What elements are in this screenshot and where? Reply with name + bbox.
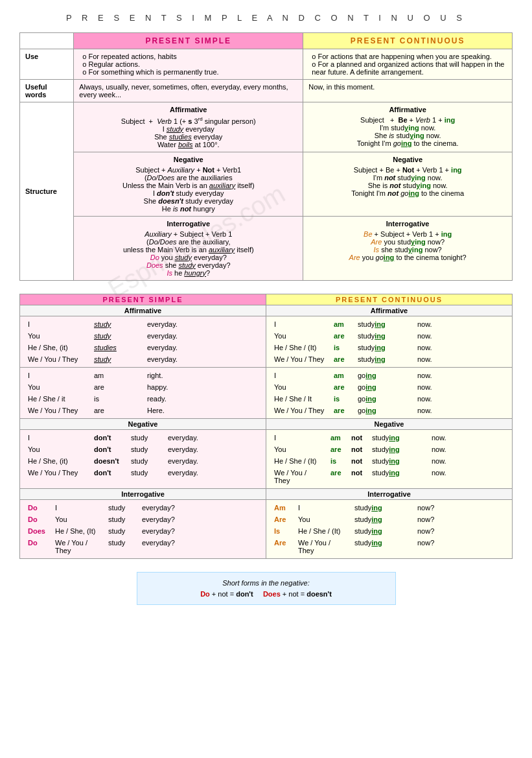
- conjugation-table: PRESENT SIMPLE PRESENT CONTINUOUS Affirm…: [19, 294, 513, 559]
- conj-header-continuous: PRESENT CONTINUOUS: [266, 294, 513, 305]
- structure-simple-interrogative: Interrogative Auxiliary + Subject + Verb…: [74, 216, 303, 280]
- structure-label: Structure: [20, 102, 74, 281]
- conj-simple-neg: I don't study everyday. You don't study …: [20, 429, 266, 488]
- conj-aff-continuous-header: Affirmative: [266, 305, 513, 316]
- conj-simple-aff-study: I study everyday. You study everyday. He…: [20, 316, 266, 367]
- structure-continuous-negative: Negative Subject + Be + Not + Verb 1 + i…: [303, 152, 513, 216]
- use-continuous: For actions that are happening when you …: [303, 49, 513, 80]
- conj-continuous-neg: I am not studying now. You are not study…: [266, 429, 513, 488]
- main-title: P R E S E N T S I M P L E A N D C O N T …: [19, 13, 513, 23]
- useful-words-continuous: Now, in this moment.: [303, 80, 513, 102]
- conj-neg-continuous-header: Negative: [266, 418, 513, 429]
- conj-continuous-aff-go: I am going now. You are going now. He / …: [266, 367, 513, 418]
- structure-continuous-affirmative: Affirmative Subject + Be + Verb 1 + ing …: [303, 102, 513, 152]
- structure-simple-negative: Negative Subject + Auxiliary + Not + Ver…: [74, 152, 303, 216]
- conj-header-simple: PRESENT SIMPLE: [20, 294, 266, 305]
- conj-int-simple-header: Interrogative: [20, 488, 266, 499]
- grammar-table: PRESENT SIMPLE PRESENT CONTINUOUS Use Fo…: [19, 32, 513, 281]
- conj-int-continuous-header: Interrogative: [266, 488, 513, 499]
- short-forms-box: Short forms in the negative: Do + not = …: [137, 572, 396, 605]
- use-simple: For repeated actions, habits Regular act…: [74, 49, 303, 80]
- header-present-continuous: PRESENT CONTINUOUS: [303, 33, 513, 49]
- short-forms-formula: Do + not = don't Does + not = doesn't: [150, 590, 382, 598]
- short-forms-label: Short forms in the negative:: [150, 579, 382, 587]
- conj-simple-int: Do I study everyday? Do You study everyd…: [20, 499, 266, 558]
- conj-continuous-int: Am I studying now? Are You studying now?…: [266, 499, 513, 558]
- conj-aff-simple-header: Affirmative: [20, 305, 266, 316]
- useful-words-label: Useful words: [20, 80, 74, 102]
- conj-simple-aff-be: I am right. You are happy. He / She / it…: [20, 367, 266, 418]
- conj-neg-simple-header: Negative: [20, 418, 266, 429]
- use-label: Use: [20, 49, 74, 80]
- header-present-simple: PRESENT SIMPLE: [74, 33, 303, 49]
- structure-simple-affirmative: Affirmative Subject + Verb 1 (+ s 3rd si…: [74, 102, 303, 152]
- useful-words-simple: Always, usually, never, sometimes, often…: [74, 80, 303, 102]
- conj-continuous-aff-study: I am studying now. You are studying now.…: [266, 316, 513, 367]
- structure-continuous-interrogative: Interrogative Be + Subject + Verb 1 + in…: [303, 216, 513, 280]
